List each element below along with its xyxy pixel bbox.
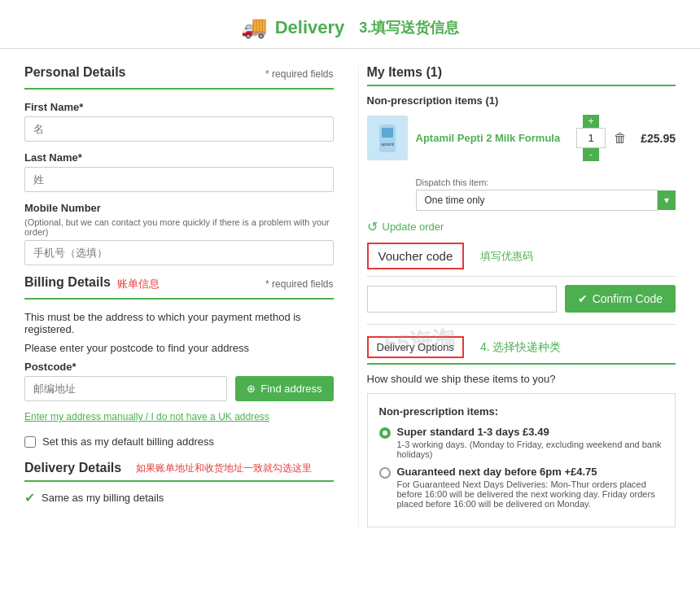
billing-details-title: Billing Details bbox=[24, 275, 111, 290]
items-subtitle: Non-prescription items (1) bbox=[367, 94, 676, 107]
first-name-label: First Name* bbox=[24, 101, 334, 113]
default-billing-label: Set this as my default billing address bbox=[42, 435, 214, 448]
last-name-label: Last Name* bbox=[24, 151, 334, 164]
dispatch-select[interactable]: One time only ▾ bbox=[416, 190, 676, 211]
delivery-annotation: 如果账单地址和收货地址一致就勾选这里 bbox=[136, 462, 312, 475]
truck-icon: 🚚 bbox=[241, 15, 267, 40]
qty-controls: + 1 - bbox=[576, 115, 606, 161]
svg-rect-1 bbox=[382, 128, 393, 138]
checkmark-confirm-icon: ✔ bbox=[578, 292, 588, 305]
delivery-option-2[interactable]: Guaranteed next day before 6pm +£4.75 Fo… bbox=[379, 466, 664, 509]
personal-required-note: * required fields bbox=[265, 68, 333, 80]
first-name-input[interactable] bbox=[24, 116, 334, 142]
postcode-group: Postcode* ⊕ Find address bbox=[24, 361, 334, 401]
right-column: My Items (1) Non-prescription items (1) … bbox=[358, 65, 676, 527]
delivery-options-header: Delivery Options 4. 选择快递种类 bbox=[367, 336, 676, 365]
qty-increase-button[interactable]: + bbox=[583, 115, 599, 128]
delivery-question: How should we ship these items to you? bbox=[367, 373, 676, 385]
delivery-sub-title: Non-prescription items: bbox=[379, 405, 664, 418]
same-billing-row: ✔ Same as my billing details bbox=[24, 490, 334, 505]
page-header: 🚚 Delivery 3.填写送货信息 bbox=[0, 0, 700, 49]
page-subtitle: 3.填写送货信息 bbox=[359, 18, 459, 37]
delivery-options-box: Delivery Options bbox=[367, 336, 464, 358]
option-2-desc: For Guaranteed Next Days Deliveries: Mon… bbox=[397, 479, 664, 509]
last-name-group: Last Name* bbox=[24, 151, 334, 192]
item-price: £25.95 bbox=[635, 132, 676, 145]
delivery-options-annotation: 4. 选择快递种类 bbox=[480, 340, 562, 355]
billing-note1: This must be the address to which your p… bbox=[24, 311, 334, 335]
manual-address-link[interactable]: Enter my address manually / I do not hav… bbox=[24, 411, 334, 422]
find-address-label: Find address bbox=[260, 383, 322, 395]
option-2-label: Guaranteed next day before 6pm +£4.75 bbox=[397, 466, 664, 478]
delivery-option-1[interactable]: Super standard 1-3 days £3.49 1-3 workin… bbox=[379, 426, 664, 459]
find-address-button[interactable]: ⊕ Find address bbox=[235, 376, 333, 401]
left-column: Personal Details * required fields First… bbox=[24, 65, 358, 527]
refresh-icon: ↺ bbox=[367, 219, 378, 234]
personal-details-title: Personal Details bbox=[24, 65, 126, 80]
postcode-label: Postcode* bbox=[24, 361, 334, 373]
personal-details-header: Personal Details * required fields bbox=[24, 65, 334, 90]
item-name: Aptamil Pepti 2 Milk Formula bbox=[416, 132, 569, 144]
qty-value: 1 bbox=[576, 128, 606, 148]
my-items-title: My Items (1) bbox=[367, 65, 676, 86]
confirm-code-button[interactable]: ✔ Confirm Code bbox=[565, 285, 676, 313]
radio-selected-icon bbox=[379, 427, 391, 439]
voucher-code-box: Voucher code bbox=[367, 243, 465, 269]
radio-empty-icon bbox=[379, 467, 391, 479]
dispatch-value: One time only bbox=[416, 190, 658, 211]
option-1-desc: 1-3 working days. (Monday to Friday, exc… bbox=[397, 440, 664, 459]
delivery-details-title: Delivery Details bbox=[24, 461, 121, 475]
voucher-title: Voucher code bbox=[378, 249, 453, 263]
voucher-annotation: 填写优惠码 bbox=[480, 249, 533, 264]
first-name-group: First Name* bbox=[24, 101, 334, 142]
delivery-options-section: Delivery Options 4. 选择快递种类 How should we… bbox=[367, 336, 676, 527]
postcode-input[interactable] bbox=[24, 376, 227, 401]
delivery-details-header: Delivery Details 如果账单地址和收货地址一致就勾选这里 bbox=[24, 461, 334, 482]
same-billing-label: Same as my billing details bbox=[42, 492, 164, 504]
delivery-options-title: Delivery Options bbox=[377, 341, 454, 353]
voucher-row: ✔ Confirm Code bbox=[367, 276, 676, 313]
product-image-icon: aptamil bbox=[375, 123, 400, 154]
billing-required-note: * required fields bbox=[265, 278, 333, 290]
last-name-input[interactable] bbox=[24, 167, 334, 192]
delete-item-button[interactable]: 🗑 bbox=[614, 131, 627, 146]
checkmark-icon: ✔ bbox=[24, 490, 35, 505]
default-billing-checkbox[interactable] bbox=[24, 436, 36, 448]
billing-details-header: Billing Details 账单信息 * required fields bbox=[24, 275, 334, 300]
dispatch-label: Dispatch this item: bbox=[416, 177, 676, 187]
option-1-label: Super standard 1-3 days £3.49 bbox=[397, 426, 664, 438]
mobile-input[interactable] bbox=[24, 240, 334, 265]
mobile-group: Mobile Number (Optional, but we can cont… bbox=[24, 202, 334, 265]
mobile-label: Mobile Number bbox=[24, 202, 334, 214]
mobile-hint: (Optional, but we can contact you more q… bbox=[24, 217, 334, 237]
delivery-sub: Non-prescription items: Super standard 1… bbox=[367, 393, 676, 527]
dispatch-chevron-button[interactable]: ▾ bbox=[658, 190, 676, 210]
delivery-title: Delivery bbox=[275, 17, 345, 38]
svg-text:aptamil: aptamil bbox=[380, 142, 393, 147]
billing-note2: Please enter your postcode to find your … bbox=[24, 342, 334, 354]
default-billing-row: Set this as my default billing address bbox=[24, 435, 334, 448]
item-row: aptamil Aptamil Pepti 2 Milk Formula + 1… bbox=[367, 115, 676, 169]
update-order-label: Update order bbox=[383, 221, 444, 233]
target-icon: ⊕ bbox=[247, 383, 256, 395]
billing-annotation: 账单信息 bbox=[117, 277, 160, 291]
voucher-input[interactable] bbox=[367, 286, 557, 313]
dispatch-row: Dispatch this item: One time only ▾ bbox=[416, 177, 676, 211]
item-image: aptamil bbox=[367, 116, 408, 160]
update-order-link[interactable]: ↺ Update order bbox=[367, 219, 676, 234]
qty-decrease-button[interactable]: - bbox=[583, 148, 599, 161]
confirm-btn-label: Confirm Code bbox=[593, 292, 663, 305]
